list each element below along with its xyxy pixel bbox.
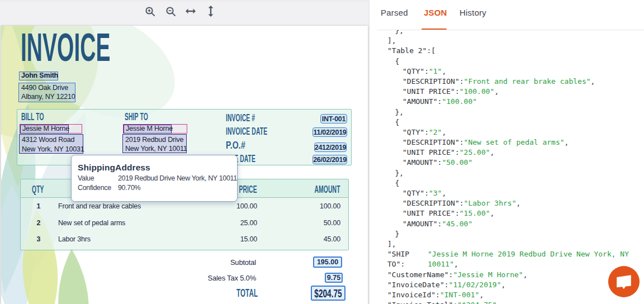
json-string-token: "$204.75" — [457, 300, 496, 304]
json-token: , — [565, 137, 569, 148]
tab-history[interactable]: History — [460, 7, 486, 19]
bill-to-label: BILL TO — [21, 111, 44, 123]
detection-box-shipping-address[interactable]: 2019 Redbud Drive New York, NY 10011 — [122, 134, 187, 153]
bill-to-address-text: 4312 Wood Road New York, NY 10031 — [20, 135, 83, 154]
item-cell-amt: 100.00 — [320, 202, 340, 210]
json-line: }, — [370, 168, 644, 178]
json-token: , — [454, 259, 458, 269]
zoom-out-button[interactable] — [163, 4, 178, 18]
meta-label: P.O.# — [226, 139, 252, 151]
json-string-token: 10011" — [428, 259, 454, 269]
json-token: , — [523, 270, 528, 280]
ship-to-name: Jessie M Horne — [124, 125, 171, 132]
json-token: }, — [395, 168, 404, 178]
json-token: "UNIT PRICE": — [402, 148, 460, 158]
item-cell-desc: New set of pedal arms — [58, 219, 125, 227]
json-token: { — [395, 117, 400, 127]
chat-widget-button[interactable] — [608, 266, 640, 297]
detection-box-sender-name[interactable]: John Smith — [19, 72, 58, 80]
json-token: , — [494, 87, 499, 97]
json-line: ], — [370, 239, 644, 249]
tab-parsed[interactable]: Parsed — [381, 7, 406, 19]
tooltip-confidence-label: Confidence — [78, 183, 118, 193]
app-window: INVOICE John Smith 4490 Oak Drive Albany… — [0, 0, 644, 304]
tab-json[interactable]: JSON — [424, 7, 444, 19]
json-token: "DESCRIPTION": — [402, 77, 464, 87]
json-line: ], — [370, 36, 644, 46]
bill-to-name: Jessie M Horne — [21, 125, 68, 132]
json-token: ], — [387, 239, 396, 249]
json-token: { — [395, 178, 400, 188]
json-string-token: "Jessie M Horne" — [453, 270, 523, 280]
ship-to-label: SHIP TO — [125, 111, 148, 123]
fit-width-button[interactable] — [183, 4, 198, 18]
json-line: "QTY":"3", — [370, 188, 644, 198]
json-line: "AMOUNT":"45.00" — [370, 219, 644, 229]
json-line: "QTY":"1", — [370, 66, 644, 77]
total-label-text: TOTAL — [236, 286, 258, 300]
json-token: "AMOUNT": — [402, 158, 442, 168]
detection-box-bill-name[interactable]: Jessie M Horne — [20, 125, 69, 134]
detection-box-sender-address[interactable]: 4490 Oak Drive Albany, NY 12210 — [18, 83, 75, 102]
json-token: "QTY": — [402, 127, 429, 137]
detection-box-ship-name[interactable]: Jessie M Horne — [124, 125, 172, 134]
json-string-token: "100.00" — [442, 97, 477, 107]
json-line: "Invoice Total":"$204.75" — [370, 300, 644, 304]
json-token: "InvoiceDate": — [387, 280, 449, 290]
detection-box-meta-value[interactable]: 2412/2019 — [314, 142, 347, 152]
items-header-cell-amount: AMOUNT — [293, 183, 340, 196]
item-cell-desc: Front and rear brake cables — [58, 202, 141, 210]
json-view[interactable]: },],"Table 2":[{"QTY":"1","DESCRIPTION":… — [370, 26, 644, 304]
json-line: }, — [370, 107, 644, 117]
zoom-out-icon — [165, 6, 176, 17]
json-token: , — [442, 127, 446, 137]
json-line: "UNIT PRICE":"100.00", — [370, 87, 644, 97]
json-line: "UNIT PRICE":"25.00", — [370, 148, 644, 158]
json-string-token: "New set of pedal arms" — [464, 137, 565, 148]
tooltip-row: Confidence 90.70% — [78, 183, 235, 193]
meta-label-text: P.O.# — [226, 139, 245, 151]
item-cell-qty: 1 — [33, 202, 44, 210]
detection-box-total-value[interactable]: $204.75 — [311, 286, 345, 301]
ship-to-address-line1: 2019 Redbud Drive — [125, 135, 186, 144]
json-string-token: "100.00" — [460, 87, 495, 97]
fit-height-button[interactable] — [203, 4, 218, 18]
document-viewer-panel: INVOICE John Smith 4490 Oak Drive Albany… — [0, 0, 369, 304]
json-token: "QTY": — [402, 188, 429, 198]
detection-box-meta-value[interactable]: INT-001 — [320, 114, 347, 124]
json-line: { — [370, 178, 644, 188]
json-token: "DESCRIPTION": — [402, 137, 464, 148]
json-line: "SHIP"Jessie M Horne 2019 Redbud Drive N… — [370, 249, 644, 259]
bill-to-address-line1: 4312 Wood Road — [22, 135, 83, 145]
detection-box-total-value[interactable]: 195.00 — [313, 256, 342, 268]
ship-to-label-wrap: SHIP TO — [125, 111, 168, 123]
detection-box-meta-value[interactable]: 26/02/2019 — [312, 155, 347, 164]
zoom-in-button[interactable] — [143, 4, 157, 18]
json-token: , — [479, 290, 484, 300]
json-token: "Invoice Total": — [387, 300, 457, 304]
invoice-title: INVOICE — [21, 27, 111, 67]
detection-box-meta-value[interactable]: 11/02/2019 — [312, 127, 347, 137]
zoom-in-icon — [145, 6, 155, 17]
json-string-token: "Jessie M Horne 2019 Redbud Drive New Yo… — [428, 249, 629, 259]
fit-width-icon — [185, 7, 196, 15]
tabbar-divider — [377, 30, 644, 30]
tooltip-confidence: 90.70% — [118, 183, 140, 193]
json-token: } — [395, 229, 400, 239]
total-value-text: $204.75 — [314, 287, 342, 300]
detection-box-billing-address[interactable]: 4312 Wood Road New York, NY 10031 — [19, 134, 83, 154]
viewer-toolbar — [0, 2, 368, 25]
json-token: "DESCRIPTION": — [402, 198, 464, 208]
meta-label-text: INVOICE # — [226, 112, 255, 124]
item-cell-qty: 3 — [33, 235, 44, 243]
item-row: 2New set of pedal arms25.0050.00 — [21, 215, 348, 231]
tooltip-row: Value 2019 Redbud Drive New York, NY 100… — [78, 174, 235, 183]
detection-box-total-value[interactable]: 9.75 — [325, 273, 343, 283]
meta-label: INVOICE # — [226, 112, 280, 124]
item-row: 3Labor 3hrs15.0045.00 — [21, 231, 348, 247]
items-header-amount: AMOUNT — [315, 183, 340, 196]
item-cell-amt: 45.00 — [324, 235, 340, 243]
json-token: TO": — [387, 259, 428, 269]
json-line: "DESCRIPTION":"Front and rear brake cabl… — [370, 77, 644, 87]
json-string-token: "45.00" — [442, 219, 472, 229]
